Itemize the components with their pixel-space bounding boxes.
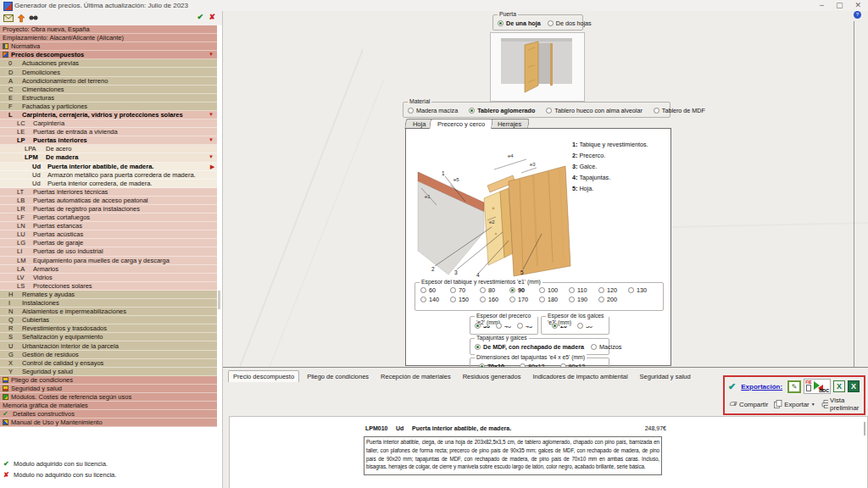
tab-recepci-n-de-materiales[interactable]: Recepción de materiales <box>376 371 455 382</box>
sidebar-item-manual-de-uso-y-mantenimiento[interactable]: Manual de Uso y Mantenimiento <box>0 419 217 427</box>
radio-150[interactable]: 150 <box>450 296 480 303</box>
sidebar-item-aislamientos-e-impermeabilizacio[interactable]: NAislamientos e impermeabilizaciones <box>0 308 217 316</box>
item-code: Ud <box>32 171 44 179</box>
radio-110[interactable]: 110 <box>569 286 598 294</box>
sidebar-item-vidrios[interactable]: LVVidrios <box>0 274 217 282</box>
sidebar-item-protecciones-solares[interactable]: LSProtecciones solares <box>0 282 217 291</box>
radio-140[interactable]: 140 <box>420 296 450 303</box>
tab-indicadores-de-impacto-ambiental[interactable]: Indicadores de impacto ambiental <box>528 371 632 382</box>
sidebar-item-puertas-de-registro-para-instala[interactable]: LRPuertas de registro para instalaciones <box>0 205 217 214</box>
sidebar-item-de-madera[interactable]: LPMDe madera▼ <box>0 153 217 162</box>
sidebar-item-puertas-de-entrada-a-vivienda[interactable]: LEPuertas de entrada a vivienda <box>0 128 217 136</box>
radio-100[interactable]: 100 <box>539 286 569 294</box>
help-icon[interactable]: ? <box>854 11 861 19</box>
print-preview-button[interactable]: Vista preliminar <box>821 396 862 412</box>
radio-tablero-hueco-con-alma-alveolar[interactable]: Tablero hueco con alma alveolar <box>546 107 642 114</box>
radio-90[interactable]: 90 <box>509 286 539 294</box>
sidebar-item-m-dulos-costes-de-referencia-seg[interactable]: Módulos. Costes de referencia según usos <box>0 393 217 402</box>
minimize-button[interactable]: – <box>820 1 824 9</box>
radio-120[interactable]: 120 <box>598 286 628 294</box>
sidebar-item-cimentaciones[interactable]: CCimentaciones <box>0 86 217 94</box>
radio-200[interactable]: 200 <box>598 296 628 303</box>
mail-icon[interactable] <box>3 14 14 22</box>
sidebar-item-revestimientos-y-trasdosados[interactable]: RRevestimientos y trasdosados <box>0 324 217 333</box>
sidebar-item-normativa[interactable]: Normativa <box>0 42 217 51</box>
radio-de-una-hoja[interactable]: De una hoja <box>498 19 541 27</box>
excel-file-icon[interactable]: X <box>848 380 860 392</box>
radio-80[interactable]: 80 <box>480 286 509 294</box>
radio-180[interactable]: 180 <box>539 296 569 303</box>
excel-export-icon[interactable]: X <box>833 380 845 392</box>
sidebar-item-memoria-gr-fica-de-materiales[interactable]: Memoria gráfica de materiales <box>0 402 217 410</box>
sidebar-item-puertas-de-garaje[interactable]: LGPuertas de garaje <box>0 239 217 247</box>
sidebar-item-pliego-de-condiciones[interactable]: Pliego de condiciones <box>0 376 217 385</box>
sidebar-item-puerta-interior-abatible-de-made[interactable]: UdPuerta interior abatible, de madera.▶ <box>0 163 217 171</box>
accept-icon[interactable]: ✔ <box>197 13 203 21</box>
sidebar-item-se-alizaci-n-y-equipamiento[interactable]: SSeñalización y equipamiento <box>0 333 217 341</box>
document-scrollbar[interactable] <box>864 422 865 435</box>
search-icon[interactable] <box>29 14 38 22</box>
radio-de-dos-hojas[interactable]: De dos hojas <box>548 19 592 27</box>
radio-190[interactable]: 190 <box>569 296 598 303</box>
import-icon[interactable] <box>17 14 25 23</box>
radio-tablero-de-mdf[interactable]: Tablero de MDF <box>654 107 705 114</box>
radio-tablero-aglomerado[interactable]: Tablero aglomerado <box>469 107 535 114</box>
sidebar-item-puertas-ac-sticas[interactable]: LUPuertas acústicas <box>0 230 217 239</box>
radio-130[interactable]: 130 <box>628 286 658 294</box>
radio-de-mdf-con-rechapado-de-madera[interactable]: De MDF, con rechapado de madera <box>475 343 584 351</box>
cancel-icon[interactable]: ✘ <box>209 13 215 21</box>
radio-70[interactable]: 70 <box>450 286 480 294</box>
sidebar-item-remates-y-ayudas[interactable]: HRemates y ayudas <box>0 291 217 299</box>
share-button[interactable]: Compartir <box>728 400 768 408</box>
sidebar-item-puertas-interiores-t-cnicas[interactable]: LTPuertas interiores técnicas <box>0 188 217 197</box>
sidebar-item-armaz-n-met-lico-para-puerta-cor[interactable]: UdArmazón metálico para puerta corredera… <box>0 171 217 180</box>
tab-seguridad-y-salud[interactable]: Seguridad y salud <box>636 371 695 382</box>
item-label: De acero <box>46 145 217 152</box>
sidebar-item-acondicionamiento-del-terreno[interactable]: AAcondicionamiento del terreno <box>0 77 217 86</box>
sidebar-item-emplazamiento-alacant-alicante-a[interactable]: Emplazamiento: Alacant/Alicante (Alicant… <box>0 34 217 42</box>
sidebar-item-fachadas-y-particiones[interactable]: FFachadas y particiones <box>0 103 217 111</box>
sidebar-item-estructuras[interactable]: EEstructuras <box>0 94 217 103</box>
close-button[interactable]: ✕ <box>854 1 861 9</box>
sidebar-item-puerta-interior-corredera-de-mad[interactable]: UdPuerta interior corredera, de madera. <box>0 180 217 188</box>
safety-icon <box>3 385 8 391</box>
sidebar-item-actuaciones-previas[interactable]: 0Actuaciones previas <box>0 59 217 68</box>
radio-160[interactable]: 160 <box>480 296 509 303</box>
sidebar-item-control-de-calidad-y-ensayos[interactable]: XControl de calidad y ensayos <box>0 359 217 368</box>
sidebar-item-seguridad-y-salud[interactable]: Seguridad y salud <box>0 385 217 393</box>
tab-residuos-generados[interactable]: Residuos generados <box>459 371 526 382</box>
sidebar-item-detalles-constructivos[interactable]: ✔Detalles constructivos <box>0 410 217 419</box>
sidebar-item-precios-descompuestos[interactable]: Precios descompuestos▼ <box>0 51 217 59</box>
sidebar-item-demoliciones[interactable]: DDemoliciones <box>0 68 217 76</box>
sidebar-item-puertas-cortafuegos[interactable]: LFPuertas cortafuegos <box>0 214 217 222</box>
sidebar-scrollbar[interactable] <box>218 291 220 309</box>
sidebar-item-instalaciones[interactable]: IInstalaciones <box>0 299 217 308</box>
sidebar-item-de-acero[interactable]: LPADe acero <box>0 145 217 153</box>
sidebar-item-seguridad-y-salud[interactable]: YSeguridad y salud <box>0 368 217 376</box>
sidebar-item-equipamiento-para-muelles-de-car[interactable]: LMEquipamiento para muelles de carga y d… <box>0 257 217 265</box>
tab-precio-descompuesto[interactable]: Precio descompuesto <box>228 370 299 382</box>
sidebar-item-puertas-autom-ticas-de-acceso-pe[interactable]: LBPuertas automáticas de acceso peatonal <box>0 197 217 205</box>
tapajuntas-groupbox: Tapajuntas y galces De MDF, con rechapad… <box>470 338 609 355</box>
export-button[interactable]: Exportar▼ <box>774 400 815 408</box>
sidebar-item-carpinter-a-cerrajer-a-vidrios-y[interactable]: LCarpintería, cerrajería, vidrios y prot… <box>0 111 217 119</box>
tab-precerco-y-cerco[interactable]: Precerco y cerco <box>430 119 494 129</box>
radio-macizos[interactable]: Macizos <box>591 343 621 351</box>
sidebar-item-gesti-n-de-residuos[interactable]: GGestión de residuos <box>0 351 217 359</box>
radio-60[interactable]: 60 <box>420 286 450 294</box>
fiebdc-export-icon[interactable]: FIE BDC <box>804 379 831 394</box>
maximize-button[interactable]: ▢ <box>836 1 843 9</box>
radio-madera-maciza[interactable]: Madera maciza <box>408 107 458 114</box>
sidebar-item-puertas-estancas[interactable]: LNPuertas estancas <box>0 222 217 230</box>
generate-document-icon[interactable]: ✎ <box>787 380 801 393</box>
sidebar-item-armarios[interactable]: LAArmarios <box>0 265 217 274</box>
tab-pliego-de-condiciones[interactable]: Pliego de condiciones <box>303 371 373 382</box>
radio-170[interactable]: 170 <box>509 296 539 303</box>
sidebar-item-carpinter-a[interactable]: LCCarpintería <box>0 119 217 128</box>
sidebar-item-proyecto-obra-nueva-espa-a[interactable]: Proyecto: Obra nueva, España <box>0 25 217 34</box>
sidebar-item-puertas-interiores[interactable]: LPPuertas interiores▼ <box>0 136 217 145</box>
sidebar-item-puertas-de-uso-industrial[interactable]: LIPuertas de uso industrial <box>0 247 217 256</box>
exportacion-link[interactable]: Exportación: <box>741 383 782 391</box>
sidebar-item-urbanizaci-n-interior-de-la-parc[interactable]: UUrbanización interior de la parcela <box>0 341 217 350</box>
sidebar-item-cubiertas[interactable]: QCubiertas <box>0 316 217 324</box>
